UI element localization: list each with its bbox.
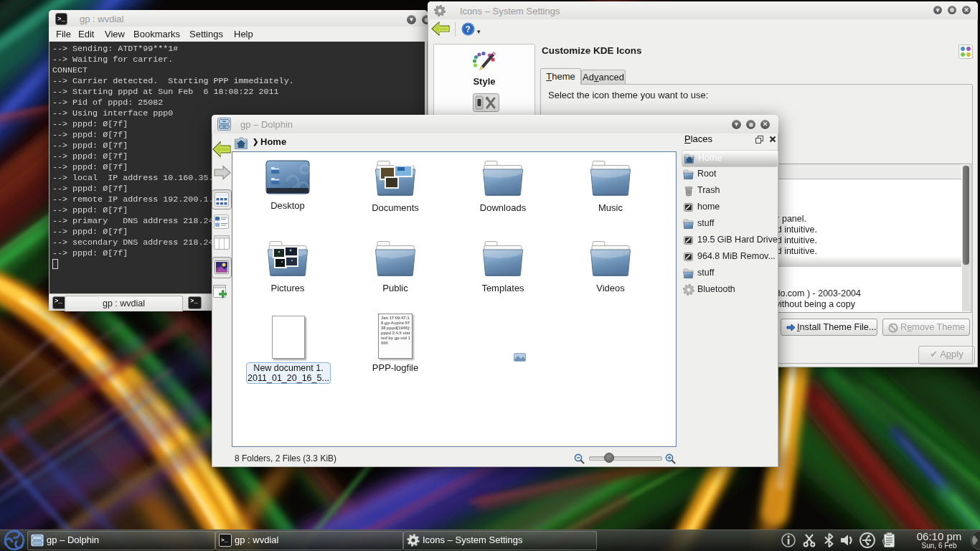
svg-text:>_: >_: [221, 537, 228, 543]
svg-text:>_: >_: [57, 16, 65, 23]
svg-text:?: ?: [466, 24, 471, 34]
